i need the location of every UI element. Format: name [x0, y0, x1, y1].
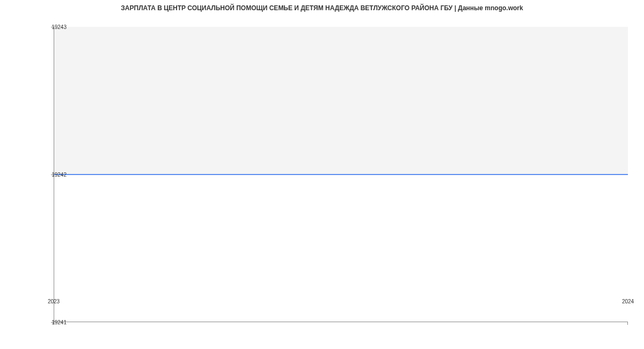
chart-container: ЗАРПЛАТА В ЦЕНТР СОЦИАЛЬНОЙ ПОМОЩИ СЕМЬЕ…	[0, 0, 644, 349]
chart-title: ЗАРПЛАТА В ЦЕНТР СОЦИАЛЬНОЙ ПОМОЩИ СЕМЬЕ…	[0, 4, 644, 12]
xtick-mark	[627, 322, 628, 325]
plot-area	[54, 27, 628, 322]
ytick-label: 19242	[52, 172, 67, 178]
data-line	[54, 174, 628, 175]
x-axis	[54, 322, 628, 322]
grid-band-upper	[54, 27, 628, 174]
xtick-label: 2024	[622, 299, 634, 304]
xtick-label: 2023	[48, 299, 60, 304]
grid-band-lower	[54, 174, 628, 322]
ytick-label: 19241	[52, 319, 67, 325]
ytick-label: 19243	[52, 24, 67, 30]
